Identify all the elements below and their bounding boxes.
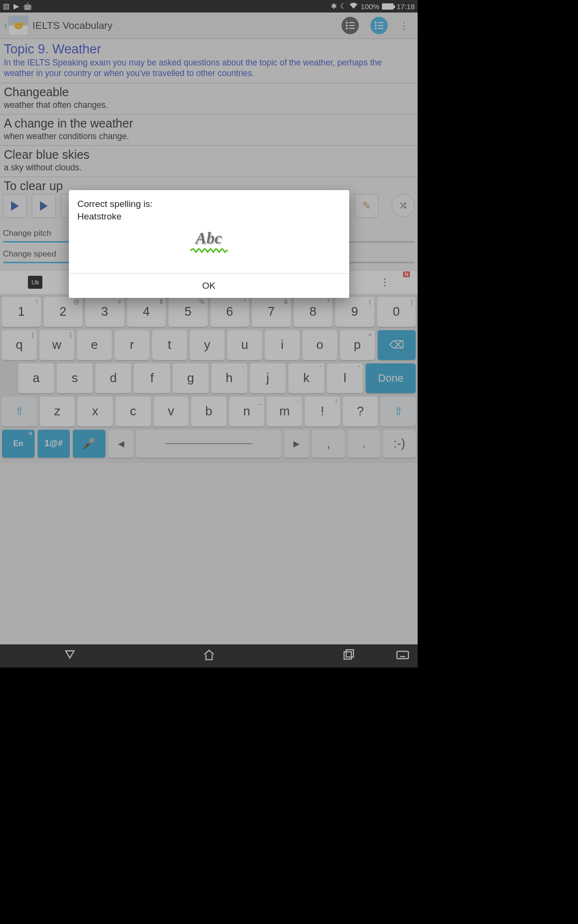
modal-overlay[interactable] bbox=[0, 0, 418, 667]
dialog-line1: Correct spelling is: bbox=[78, 198, 341, 210]
dialog-illustration: Abc bbox=[78, 222, 341, 263]
dialog-ok-button[interactable]: OK bbox=[69, 274, 349, 298]
abc-icon: Abc bbox=[196, 227, 222, 249]
spelling-dialog: Correct spelling is: Heatstroke Abc OK bbox=[69, 190, 349, 298]
dialog-line2: Heatstroke bbox=[78, 210, 341, 223]
